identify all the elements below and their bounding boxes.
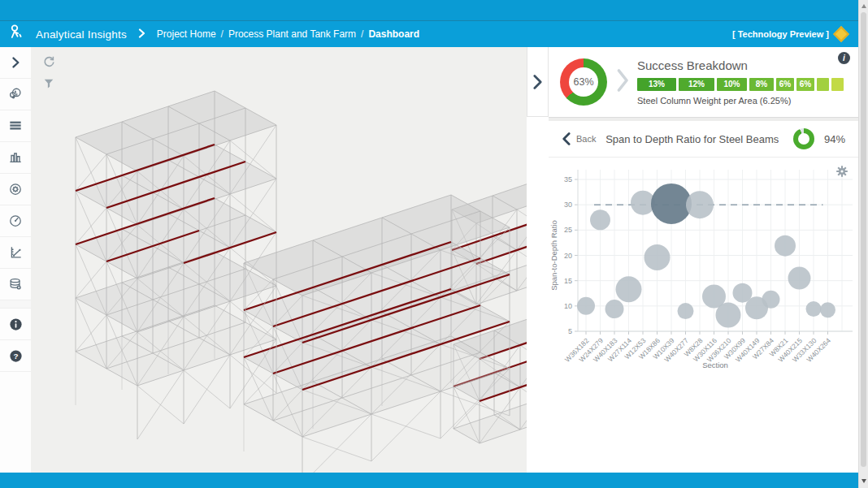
app-logo-icon bbox=[8, 24, 26, 45]
chart-bubble-W40X215[interactable] bbox=[788, 267, 811, 290]
app-title[interactable]: Analytical Insights bbox=[36, 28, 127, 41]
success-bar-segment[interactable]: 12% bbox=[679, 78, 714, 91]
detail-score-value: 94% bbox=[824, 133, 845, 145]
detail-score-ring bbox=[793, 128, 814, 149]
success-bar-segment[interactable]: 10% bbox=[717, 78, 747, 91]
breadcrumb-chevron-icon bbox=[138, 27, 145, 41]
breadcrumb-separator: / bbox=[361, 28, 363, 40]
breadcrumb-item-project-home[interactable]: Project Home bbox=[157, 28, 216, 40]
help-icon[interactable]: ? bbox=[0, 340, 31, 372]
data-table-icon[interactable] bbox=[0, 110, 31, 142]
tool-sidebar: ? bbox=[0, 47, 32, 473]
structural-model-3d bbox=[31, 47, 527, 473]
span-depth-bubble-chart: 5101520253035W36X182W24X279W40X183W27X11… bbox=[549, 158, 858, 382]
svg-text:20: 20 bbox=[564, 252, 572, 260]
panel-expander[interactable] bbox=[527, 47, 549, 117]
chart-bubble-W27X84[interactable] bbox=[762, 291, 780, 309]
gauge-icon[interactable] bbox=[0, 205, 31, 237]
detail-title: Span to Depth Ratio for Steel Beams bbox=[596, 133, 788, 145]
database-icon[interactable] bbox=[0, 269, 31, 300]
page-scrollbar[interactable] bbox=[858, 0, 868, 488]
expand-chevron-icon bbox=[532, 73, 543, 91]
chart-bubble-W8X21[interactable] bbox=[775, 235, 796, 257]
analytics-panel: 63% Success Breakdown 13%12%10%8%6%6% St… bbox=[549, 47, 858, 473]
success-bar-segment[interactable]: 13% bbox=[637, 78, 676, 91]
success-breakdown-card: 63% Success Breakdown 13%12%10%8%6%6% St… bbox=[549, 47, 858, 118]
breadcrumb-separator: / bbox=[221, 28, 224, 40]
back-button[interactable]: Back bbox=[562, 132, 596, 146]
info-icon[interactable]: i bbox=[838, 52, 850, 64]
chart-bubble-W40X183[interactable] bbox=[605, 300, 624, 318]
chart-bubble-W24X279[interactable] bbox=[590, 209, 610, 230]
chart-bubble-W36X210[interactable] bbox=[716, 303, 741, 328]
detail-header: Back Span to Depth Ratio for Steel Beams… bbox=[549, 121, 858, 158]
overall-score-donut[interactable]: 63% bbox=[560, 58, 607, 106]
svg-text:35: 35 bbox=[564, 175, 572, 184]
svg-text:Span-to-Depth Ratio: Span-to-Depth Ratio bbox=[549, 220, 558, 291]
next-chevron-icon bbox=[617, 68, 629, 96]
chart-bubble-W40X264[interactable] bbox=[820, 302, 835, 317]
scroll-down-arrow-icon[interactable] bbox=[861, 479, 866, 483]
settings-gear-icon[interactable] bbox=[0, 174, 31, 205]
svg-text:?: ? bbox=[13, 351, 18, 360]
app-header: Analytical Insights Project Home / Proce… bbox=[0, 21, 858, 47]
bottom-status-bar bbox=[0, 473, 858, 488]
success-breakdown-title: Success Breakdown bbox=[637, 58, 858, 72]
success-bar-segment[interactable]: 6% bbox=[796, 78, 814, 91]
success-bar-segment[interactable] bbox=[831, 78, 844, 91]
success-bars: 13%12%10%8%6%6% bbox=[637, 78, 858, 91]
success-bar-segment[interactable]: 8% bbox=[749, 78, 774, 91]
design-ratio-chart-icon[interactable] bbox=[0, 237, 31, 269]
back-label: Back bbox=[576, 134, 596, 144]
breadcrumb: Project Home / Process Plant and Tank Fa… bbox=[157, 28, 419, 40]
filter-icon[interactable] bbox=[41, 75, 57, 91]
chart-bubble-W27X114[interactable] bbox=[616, 276, 642, 302]
browser-top-strip bbox=[0, 0, 858, 21]
selected-metric-caption: Steel Column Weight per Area (6.25%) bbox=[637, 96, 858, 106]
svg-text:5: 5 bbox=[568, 327, 572, 335]
breadcrumb-item-process-plant[interactable]: Process Plant and Tank Farm bbox=[228, 28, 356, 40]
chart-bubble-W8X28[interactable] bbox=[686, 191, 714, 218]
svg-text:30: 30 bbox=[564, 201, 572, 209]
scroll-up-arrow-icon[interactable] bbox=[861, 4, 866, 8]
svg-text:25: 25 bbox=[564, 226, 572, 234]
breadcrumb-item-dashboard[interactable]: Dashboard bbox=[368, 28, 419, 40]
results-building-icon[interactable] bbox=[0, 142, 31, 174]
svg-text:15: 15 bbox=[564, 277, 572, 285]
detail-section: Back Span to Depth Ratio for Steel Beams… bbox=[549, 121, 858, 473]
refresh-icon[interactable] bbox=[41, 54, 57, 70]
collapse-panel-chevron-icon[interactable] bbox=[0, 47, 31, 79]
svg-text:10: 10 bbox=[564, 302, 572, 310]
success-bar-segment[interactable]: 6% bbox=[776, 78, 794, 91]
scrollbar-thumb[interactable] bbox=[861, 12, 866, 467]
preview-diamond-icon bbox=[833, 26, 849, 42]
sidebar-group-divider bbox=[0, 300, 31, 309]
chart-bubble-W18X86[interactable] bbox=[644, 244, 671, 270]
chart-bubble-W36X182[interactable] bbox=[577, 297, 595, 315]
chart-bubble-W33X130[interactable] bbox=[806, 301, 822, 317]
model-viewport[interactable] bbox=[31, 47, 527, 473]
svg-text:Section: Section bbox=[702, 361, 728, 369]
success-bar-segment[interactable] bbox=[817, 78, 829, 91]
technology-preview-badge: [ Technology Preview ] bbox=[732, 29, 829, 39]
bubble-chart-area: 5101520253035W36X182W24X279W40X183W27X11… bbox=[549, 158, 858, 382]
info-icon[interactable] bbox=[0, 309, 31, 340]
overall-score-value: 63% bbox=[560, 58, 607, 106]
analysis-brain-icon[interactable] bbox=[0, 79, 31, 110]
chart-bubble-W10X39[interactable] bbox=[651, 184, 692, 224]
chart-bubble-W40X277[interactable] bbox=[678, 303, 694, 319]
chart-settings-gear-icon[interactable] bbox=[835, 165, 848, 181]
back-chevron-icon bbox=[562, 132, 571, 146]
